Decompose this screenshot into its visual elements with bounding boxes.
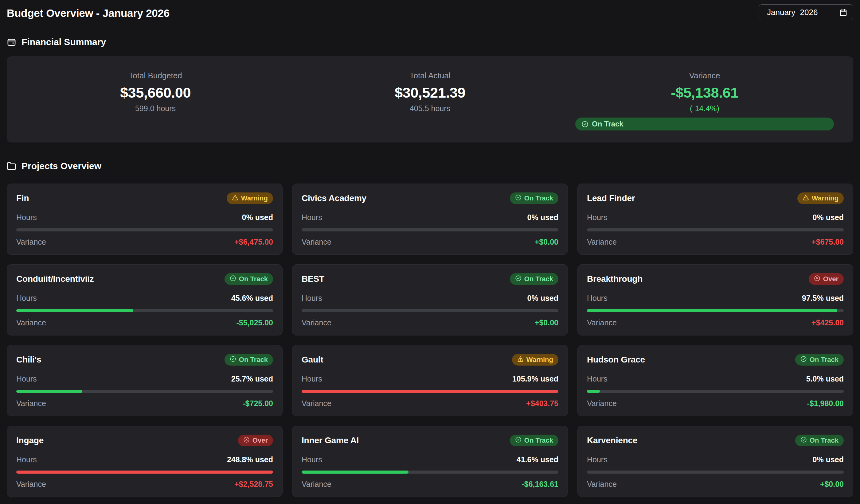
month-picker-input[interactable]: January 2026	[759, 4, 853, 20]
variance-label: Variance	[16, 238, 46, 247]
summary-value: -$5,138.61	[671, 84, 739, 101]
hours-progress-track	[302, 228, 558, 232]
hours-label: Hours	[16, 213, 37, 222]
variance-value: -$725.00	[243, 399, 273, 408]
summary-label: Variance	[689, 71, 720, 80]
hours-label: Hours	[16, 294, 37, 303]
status-icon	[243, 436, 250, 445]
status-label: Over	[253, 436, 268, 444]
month-picker-month[interactable]: January	[767, 8, 796, 17]
hours-label: Hours	[587, 213, 607, 222]
variance-label: Variance	[16, 399, 46, 408]
variance-value: -$5,025.00	[236, 318, 273, 327]
variance-value: +$675.00	[812, 238, 844, 247]
hours-used-value: 5.0% used	[806, 374, 844, 383]
folder-icon	[7, 161, 16, 171]
status-icon	[230, 356, 236, 364]
hours-progress-track	[587, 228, 844, 232]
hours-used-value: 97.5% used	[802, 294, 844, 303]
hours-label: Hours	[16, 455, 37, 464]
status-label: Warning	[527, 356, 553, 364]
status-label: Warning	[812, 194, 838, 202]
status-label: On Track	[809, 436, 838, 444]
calendar-icon[interactable]	[839, 8, 847, 17]
hours-progress-track	[587, 390, 844, 393]
project-name: Conduiit/Incentiviiz	[16, 274, 94, 284]
budget-dashboard: Budget Overview - January 2026 January 2…	[0, 0, 860, 497]
variance-value: +$403.75	[526, 399, 558, 408]
project-name: Chili's	[16, 355, 42, 365]
variance-label: Variance	[587, 238, 617, 247]
status-icon	[803, 194, 809, 203]
hours-label: Hours	[16, 374, 37, 383]
summary-label: Total Actual	[410, 71, 450, 80]
status-badge: On Track	[225, 273, 273, 285]
status-icon	[814, 275, 820, 283]
status-badge: On Track	[225, 354, 273, 366]
variance-label: Variance	[302, 238, 331, 247]
project-name: Gault	[302, 355, 324, 365]
status-badge: Over	[238, 435, 273, 446]
status-icon	[230, 275, 236, 283]
status-label: Over	[823, 275, 838, 283]
hours-progress-fill	[587, 309, 837, 312]
project-card: Conduiit/Incentiviiz On Track Hours 45.6…	[7, 264, 283, 336]
project-card: Chili's On Track Hours 25.7% used Varian…	[7, 345, 283, 416]
status-icon	[515, 194, 521, 203]
hours-progress-track	[16, 309, 273, 312]
project-name: Civics Academy	[302, 193, 367, 203]
hours-used-value: 0% used	[527, 294, 558, 303]
project-name: Fin	[16, 193, 29, 203]
status-badge: Over	[809, 273, 844, 285]
project-card: Lead Finder Warning Hours 0% used Varian…	[577, 183, 853, 255]
status-badge: On Track	[510, 273, 558, 285]
status-badge: On Track	[510, 192, 558, 204]
hours-progress-track	[16, 471, 273, 474]
status-icon	[515, 436, 521, 445]
project-card: Inner Game AI On Track Hours 41.6% used …	[292, 426, 568, 497]
wallet-icon	[7, 38, 16, 47]
financial-summary-header: Financial Summary	[7, 37, 853, 47]
hours-progress-track	[16, 390, 273, 393]
summary-value: $35,660.00	[120, 84, 191, 101]
project-card: Karvenience On Track Hours 0% used Varia…	[577, 426, 853, 497]
projects-grid: Fin Warning Hours 0% used Variance +$6,4…	[7, 183, 853, 497]
status-badge: On Track	[795, 354, 844, 366]
status-label: Warning	[241, 194, 268, 202]
hours-used-value: 105.9% used	[512, 374, 558, 383]
hours-progress-track	[302, 390, 558, 393]
summary-column: Variance -$5,138.61 (-14.4%) On Track	[567, 71, 842, 131]
hours-used-value: 41.6% used	[517, 455, 558, 464]
variance-label: Variance	[587, 399, 617, 408]
projects-overview-title: Projects Overview	[22, 161, 101, 171]
status-badge: On Track	[795, 435, 844, 446]
overall-status-label: On Track	[592, 120, 624, 128]
status-badge: Warning	[227, 192, 273, 204]
hours-progress-track	[587, 471, 844, 474]
status-label: On Track	[809, 356, 838, 364]
status-badge: Warning	[797, 192, 844, 204]
summary-column: Total Actual $30,521.39 405.5 hours	[293, 71, 567, 131]
hours-label: Hours	[302, 213, 322, 222]
topbar: Budget Overview - January 2026 January 2…	[7, 4, 853, 20]
variance-value: +$2,528.75	[234, 480, 273, 489]
project-name: Inner Game AI	[302, 435, 359, 445]
status-icon	[800, 356, 807, 364]
status-icon	[515, 275, 521, 283]
variance-value: +$425.00	[812, 318, 844, 327]
project-name: Karvenience	[587, 435, 637, 445]
hours-label: Hours	[302, 455, 322, 464]
hours-label: Hours	[302, 294, 322, 303]
summary-subtext: 405.5 hours	[410, 104, 450, 113]
variance-value: +$0.00	[820, 480, 844, 489]
project-name: Breakthrough	[587, 274, 643, 284]
project-card: Breakthrough Over Hours 97.5% used Varia…	[577, 264, 853, 336]
month-picker-year[interactable]: 2026	[800, 8, 818, 17]
variance-value: +$0.00	[535, 238, 558, 247]
summary-value: $30,521.39	[395, 84, 465, 101]
status-icon	[800, 436, 807, 445]
hours-progress-fill	[587, 390, 600, 393]
hours-used-value: 248.8% used	[227, 455, 273, 464]
project-card: Civics Academy On Track Hours 0% used Va…	[292, 183, 568, 255]
hours-progress-fill	[302, 390, 558, 393]
